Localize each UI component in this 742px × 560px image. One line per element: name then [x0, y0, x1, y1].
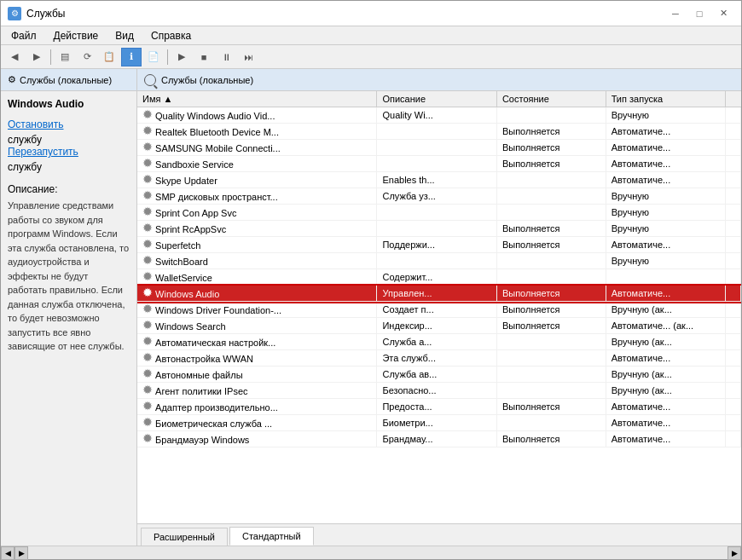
play-button[interactable]: ▶ [171, 48, 192, 66]
table-row[interactable]: Windows Search Индексир... Выполняется А… [137, 318, 741, 334]
cell-status [496, 383, 606, 399]
cell-name: Windows Audio [137, 286, 377, 302]
tab-extended[interactable]: Расширенный [141, 528, 228, 546]
table-row[interactable]: Skype Updater Enables th... Автоматиче..… [137, 172, 741, 188]
cell-startup: Автоматиче... [606, 399, 725, 415]
cell-desc: Служба а... [377, 334, 496, 350]
cell-extra [726, 188, 741, 205]
cell-startup: Автоматиче... [606, 140, 725, 156]
refresh-button[interactable]: ⟳ [77, 48, 97, 66]
nav-right[interactable]: ▶ [14, 546, 28, 560]
cell-status [496, 350, 606, 367]
menu-action[interactable]: Действие [47, 28, 106, 43]
service-icon [142, 287, 153, 297]
table-row[interactable]: Windows Driver Foundation-... Создает п.… [137, 302, 741, 318]
table-row[interactable]: Адаптер производительно... Предоста... В… [137, 399, 741, 415]
cell-desc: Quality Wi... [377, 107, 496, 124]
search-icon [144, 74, 156, 86]
cell-startup: Автоматиче... [606, 156, 725, 172]
table-row[interactable]: Автоматическая настройк... Служба а... В… [137, 334, 741, 350]
table-row[interactable]: Автономные файлы Служба ав... Вручную (а… [137, 367, 741, 383]
window-controls: ─ □ ✕ [664, 5, 734, 22]
back-button[interactable]: ◀ [4, 48, 25, 66]
cell-startup: Автоматиче... (ак... [606, 318, 725, 334]
restart-service-link[interactable]: Перезапустить службу [8, 146, 130, 173]
help-toggle-button[interactable]: 📄 [143, 48, 164, 66]
cell-startup: Вручную [606, 107, 725, 124]
close-button[interactable]: ✕ [712, 5, 734, 22]
table-row[interactable]: Sprint RcAppSvc Выполняется Вручную [137, 221, 741, 237]
table-row[interactable]: Windows Audio Управлен... Выполняется Ав… [137, 286, 741, 302]
service-icon [142, 336, 153, 346]
main-window: ⚙ Службы ─ □ ✕ Файл Действие Вид Справка… [0, 0, 742, 560]
restart-button[interactable]: ⏭ [238, 48, 258, 66]
h-scrollbar[interactable] [28, 546, 728, 559]
tab-standard[interactable]: Стандартный [229, 527, 314, 546]
properties-button[interactable]: ℹ [121, 48, 142, 66]
maximize-button[interactable]: □ [688, 5, 710, 22]
table-row[interactable]: SMP дисковых пространст... Служба уз... … [137, 188, 741, 205]
menu-file[interactable]: Файл [4, 28, 43, 43]
services-table-container[interactable]: Имя ▲ Описание Состояние Тип запуска [137, 91, 741, 523]
cell-desc: Биометри... [377, 415, 496, 431]
table-row[interactable]: Superfetch Поддержи... Выполняется Автом… [137, 237, 741, 253]
menu-help[interactable]: Справка [144, 28, 198, 43]
cell-extra [726, 302, 741, 318]
table-row[interactable]: SwitchBoard Вручную [137, 253, 741, 269]
table-row[interactable]: Биометрическая служба ... Биометри... Ав… [137, 415, 741, 431]
table-row[interactable]: Sprint Con App Svc Вручную [137, 205, 741, 221]
cell-status [496, 188, 606, 205]
pause-button[interactable]: ⏸ [216, 48, 236, 66]
title-bar: ⚙ Службы ─ □ ✕ [1, 1, 741, 26]
service-icon [142, 141, 153, 152]
cell-desc [377, 221, 496, 237]
show-tree-button[interactable]: ▤ [55, 48, 75, 66]
sidebar: ⚙ Службы (локальные) Windows Audio Остан… [1, 69, 137, 546]
cell-extra [726, 383, 741, 399]
minimize-button[interactable]: ─ [664, 5, 687, 22]
cell-desc [377, 140, 496, 156]
cell-desc [377, 205, 496, 221]
table-row[interactable]: Sandboxie Service Выполняется Автоматиче… [137, 156, 741, 172]
cell-status: Выполняется [496, 302, 606, 318]
table-row[interactable]: Автонастройка WWAN Эта служб... Автомати… [137, 350, 741, 367]
title-bar-left: ⚙ Службы [8, 7, 65, 20]
cell-extra [726, 399, 741, 415]
cell-desc: Безопасно... [377, 383, 496, 399]
table-row[interactable]: Брандмауэр Windows Брандмау... Выполняет… [137, 431, 741, 447]
cell-status: Выполняется [496, 431, 606, 447]
stop-button[interactable]: ■ [194, 48, 214, 66]
table-row[interactable]: Realtek Bluetooth Device M... Выполняетс… [137, 124, 741, 140]
table-header-row: Имя ▲ Описание Состояние Тип запуска [137, 91, 741, 107]
cell-name: Биометрическая служба ... [137, 415, 377, 431]
cell-desc: Поддержи... [377, 237, 496, 253]
cell-desc: Брандмау... [377, 431, 496, 447]
export-button[interactable]: 📋 [99, 48, 119, 66]
service-icon [142, 239, 153, 249]
service-icon [142, 125, 153, 136]
right-header-title: Службы (локальные) [161, 75, 253, 85]
table-row[interactable]: Агент политики IPsec Безопасно... Вручну… [137, 383, 741, 399]
cell-desc [377, 124, 496, 140]
cell-name: SwitchBoard [137, 253, 377, 269]
cell-status: Выполняется [496, 124, 606, 140]
table-row[interactable]: SAMSUNG Mobile Connecti... Выполняется А… [137, 140, 741, 156]
cell-name: Адаптер производительно... [137, 399, 377, 415]
cell-name: Автономные файлы [137, 367, 377, 383]
cell-startup: Вручную [606, 188, 725, 205]
cell-desc: Управлен... [377, 286, 496, 302]
cell-desc [377, 253, 496, 269]
table-row[interactable]: WalletService Содержит... [137, 269, 741, 286]
nav-right-end[interactable]: ▶ [728, 546, 741, 560]
cell-name: Автонастройка WWAN [137, 350, 377, 367]
forward-button[interactable]: ▶ [26, 48, 47, 66]
service-icon [142, 433, 153, 443]
service-icon [142, 206, 153, 216]
menu-view[interactable]: Вид [108, 28, 141, 43]
table-row[interactable]: Quality Windows Audio Vid... Quality Wi.… [137, 107, 741, 124]
stop-service-link[interactable]: Остановить службу [8, 118, 130, 146]
nav-left[interactable]: ◀ [1, 546, 14, 560]
cell-status: Выполняется [496, 140, 606, 156]
cell-extra [726, 350, 741, 367]
cell-startup: Вручную [606, 205, 725, 221]
